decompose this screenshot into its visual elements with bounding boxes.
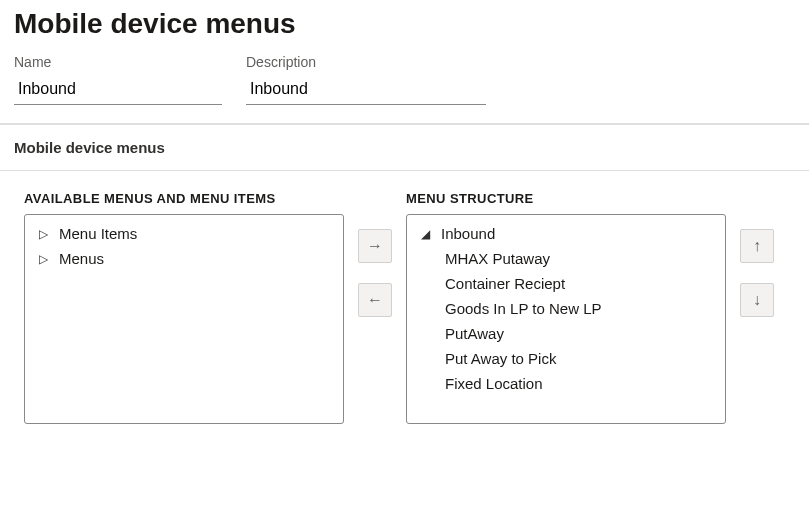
arrow-right-icon: → bbox=[367, 237, 383, 255]
structure-column: MENU STRUCTURE ◢InboundMHAX PutawayConta… bbox=[406, 191, 726, 424]
move-left-button[interactable]: ← bbox=[358, 283, 392, 317]
available-header: AVAILABLE MENUS AND MENU ITEMS bbox=[24, 191, 344, 206]
tree-root[interactable]: ◢Inbound bbox=[411, 221, 721, 246]
tree-child[interactable]: Put Away to Pick bbox=[411, 346, 721, 371]
reorder-buttons: ↑ ↓ bbox=[740, 229, 774, 317]
collapsed-icon: ▷ bbox=[35, 227, 51, 241]
arrow-up-icon: ↑ bbox=[753, 237, 761, 255]
available-listbox[interactable]: ▷Menu Items▷Menus bbox=[24, 214, 344, 424]
structure-listbox-inner[interactable]: ◢InboundMHAX PutawayContainer RecieptGoo… bbox=[407, 215, 725, 423]
tree-child-label: Put Away to Pick bbox=[445, 350, 556, 367]
description-label: Description bbox=[246, 54, 486, 70]
name-input[interactable] bbox=[14, 76, 222, 105]
tree-child-label: MHAX Putaway bbox=[445, 250, 550, 267]
collapsed-icon: ▷ bbox=[35, 252, 51, 266]
description-input[interactable] bbox=[246, 76, 486, 105]
tree-root-label: Inbound bbox=[441, 225, 495, 242]
dual-list-layout: AVAILABLE MENUS AND MENU ITEMS ▷Menu Ite… bbox=[0, 171, 809, 432]
tree-child[interactable]: PutAway bbox=[411, 321, 721, 346]
tree-child[interactable]: Goods In LP to New LP bbox=[411, 296, 721, 321]
arrow-left-icon: ← bbox=[367, 291, 383, 309]
structure-header: MENU STRUCTURE bbox=[406, 191, 726, 206]
move-down-button[interactable]: ↓ bbox=[740, 283, 774, 317]
move-right-button[interactable]: → bbox=[358, 229, 392, 263]
arrow-down-icon: ↓ bbox=[753, 291, 761, 309]
mobile-device-menus-form: Mobile device menus Name Description Mob… bbox=[0, 8, 809, 432]
tree-child[interactable]: Fixed Location bbox=[411, 371, 721, 396]
tree-child-label: PutAway bbox=[445, 325, 504, 342]
fasttab-header[interactable]: Mobile device menus bbox=[0, 123, 809, 171]
available-column: AVAILABLE MENUS AND MENU ITEMS ▷Menu Ite… bbox=[24, 191, 344, 424]
move-buttons: → ← bbox=[358, 229, 392, 317]
tree-child-label: Fixed Location bbox=[445, 375, 543, 392]
page-title: Mobile device menus bbox=[14, 8, 809, 40]
header-fields: Name Description bbox=[14, 54, 809, 105]
move-up-button[interactable]: ↑ bbox=[740, 229, 774, 263]
description-field-group: Description bbox=[246, 54, 486, 105]
expanded-icon: ◢ bbox=[417, 227, 433, 241]
name-label: Name bbox=[14, 54, 222, 70]
tree-child[interactable]: MHAX Putaway bbox=[411, 246, 721, 271]
tree-item[interactable]: ▷Menus bbox=[29, 246, 339, 271]
tree-item[interactable]: ▷Menu Items bbox=[29, 221, 339, 246]
tree-child-label: Goods In LP to New LP bbox=[445, 300, 601, 317]
tree-child-label: Container Reciept bbox=[445, 275, 565, 292]
tree-child[interactable]: Container Reciept bbox=[411, 271, 721, 296]
tree-item-label: Menu Items bbox=[59, 225, 137, 242]
tree-item-label: Menus bbox=[59, 250, 104, 267]
name-field-group: Name bbox=[14, 54, 222, 105]
available-listbox-inner[interactable]: ▷Menu Items▷Menus bbox=[25, 215, 343, 423]
structure-listbox[interactable]: ◢InboundMHAX PutawayContainer RecieptGoo… bbox=[406, 214, 726, 424]
